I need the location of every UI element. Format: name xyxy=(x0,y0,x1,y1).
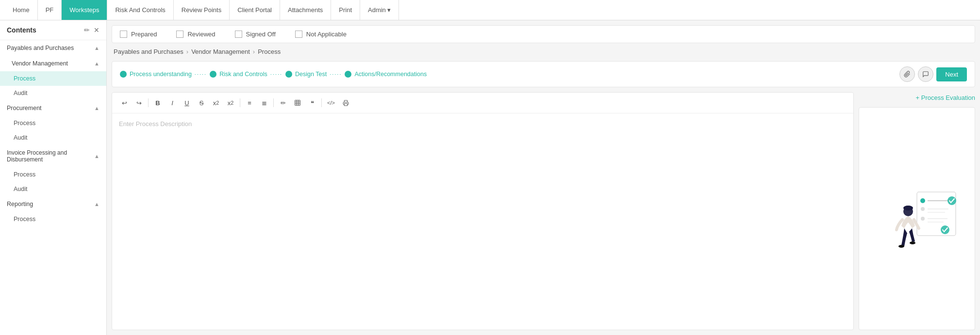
step-dot-1 xyxy=(120,71,127,78)
attachment-button[interactable] xyxy=(899,66,915,82)
step-sep-1: ····· xyxy=(195,71,207,77)
main-container: Contents ✏ ✕ Payables and Purchases ▲ Ve… xyxy=(0,20,980,335)
chevron-up-icon-inv: ▲ xyxy=(94,153,100,159)
sidebar-group-invoice-label: Invoice Processing and Disbursement xyxy=(7,149,94,163)
subscript-button[interactable]: x2 xyxy=(210,96,222,109)
sidebar-group-procurement[interactable]: Procurement ▲ xyxy=(0,100,106,116)
sidebar-group-reporting[interactable]: Reporting ▲ xyxy=(0,196,106,212)
sidebar-group-invoice[interactable]: Invoice Processing and Disbursement ▲ xyxy=(0,145,106,167)
nav-tab-home[interactable]: Home xyxy=(5,0,38,20)
svg-point-12 xyxy=(921,217,925,221)
status-reviewed[interactable]: Reviewed xyxy=(176,31,215,38)
redo-button[interactable]: ↪ xyxy=(133,96,145,109)
sidebar-group-payables[interactable]: Payables and Purchases ▲ xyxy=(0,40,106,56)
nav-tab-pf[interactable]: PF xyxy=(38,0,62,20)
chevron-up-icon-vendor: ▲ xyxy=(94,61,100,66)
top-navigation: Home PF Worksteps Risk And Controls Revi… xyxy=(0,0,980,20)
breadcrumb-payables[interactable]: Payables and Purchases xyxy=(114,48,183,55)
close-icon[interactable]: ✕ xyxy=(94,26,100,34)
status-prepared[interactable]: Prepared xyxy=(120,31,157,38)
align-left-button[interactable]: ≡ xyxy=(243,96,256,109)
nav-tab-admin[interactable]: Admin ▾ xyxy=(360,0,399,20)
italic-button[interactable]: I xyxy=(166,96,179,109)
chevron-up-icon-rep: ▲ xyxy=(94,201,100,207)
step-label-4[interactable]: Actions/Recommendations xyxy=(354,71,427,78)
svg-point-15 xyxy=(947,196,956,205)
prepared-label: Prepared xyxy=(131,31,157,38)
nav-tab-worksteps[interactable]: Worksteps xyxy=(62,0,107,20)
sidebar-title: Contents xyxy=(7,26,36,34)
status-bar: Prepared Reviewed Signed Off Not Applica… xyxy=(112,25,975,43)
signed-off-checkbox[interactable] xyxy=(235,31,242,38)
superscript-button[interactable]: x2 xyxy=(224,96,237,109)
highlight-button[interactable]: ✏ xyxy=(277,96,289,109)
step-sep-2: ····· xyxy=(270,71,282,77)
reviewed-checkbox[interactable] xyxy=(176,31,183,38)
comment-button[interactable] xyxy=(918,66,933,82)
process-evaluation-link[interactable]: + Process Evaluation xyxy=(859,92,975,103)
workflow-step-design: Design Test xyxy=(285,71,327,78)
sidebar-item-vendor-process[interactable]: Process xyxy=(0,71,106,86)
toolbar-sep-3 xyxy=(273,98,274,107)
breadcrumb-sep-2: › xyxy=(253,48,255,55)
reviewed-label: Reviewed xyxy=(187,31,215,38)
sidebar-group-payables-label: Payables and Purchases xyxy=(7,45,74,51)
step-sep-3: ····· xyxy=(330,71,342,77)
status-signed-off[interactable]: Signed Off xyxy=(235,31,276,38)
not-applicable-checkbox[interactable] xyxy=(295,31,302,38)
step-label-3[interactable]: Design Test xyxy=(295,71,327,78)
print-button[interactable] xyxy=(339,96,352,109)
underline-button[interactable]: U xyxy=(181,96,193,109)
sidebar-item-rep-process[interactable]: Process xyxy=(0,212,106,226)
breadcrumb-vendor[interactable]: Vendor Management xyxy=(191,48,250,55)
sidebar: Contents ✏ ✕ Payables and Purchases ▲ Ve… xyxy=(0,20,107,335)
sidebar-item-proc-audit[interactable]: Audit xyxy=(0,130,106,145)
svg-point-18 xyxy=(903,206,913,210)
status-not-applicable[interactable]: Not Applicable xyxy=(295,31,347,38)
prepared-checkbox[interactable] xyxy=(120,31,127,38)
step-label-1[interactable]: Process understanding xyxy=(130,71,192,78)
svg-point-19 xyxy=(898,245,904,248)
strikethrough-button[interactable]: S xyxy=(195,96,208,109)
sidebar-group-procurement-label: Procurement xyxy=(7,105,42,112)
sidebar-item-inv-audit[interactable]: Audit xyxy=(0,182,106,196)
breadcrumb-process[interactable]: Process xyxy=(258,48,281,55)
sidebar-group-reporting-label: Reporting xyxy=(7,201,33,207)
quote-button[interactable]: ❝ xyxy=(306,96,318,109)
undo-button[interactable]: ↩ xyxy=(118,96,131,109)
workflow-step-process-understanding: Process understanding xyxy=(120,71,192,78)
step-dot-2 xyxy=(210,71,216,78)
sidebar-actions: ✏ ✕ xyxy=(84,26,100,34)
nav-tab-risk[interactable]: Risk And Controls xyxy=(107,0,173,20)
nav-tab-print[interactable]: Print xyxy=(331,0,360,20)
bold-button[interactable]: B xyxy=(151,96,164,109)
chevron-up-icon-proc: ▲ xyxy=(94,105,100,111)
svg-point-9 xyxy=(921,207,925,211)
illustration-box xyxy=(859,107,975,330)
nav-tab-review[interactable]: Review Points xyxy=(174,0,230,20)
sidebar-item-vendor-audit[interactable]: Audit xyxy=(0,86,106,100)
code-button[interactable]: </> xyxy=(325,96,337,109)
step-label-2[interactable]: Risk and Controls xyxy=(219,71,267,78)
next-button[interactable]: Next xyxy=(936,67,967,81)
step-dot-3 xyxy=(285,71,292,78)
sidebar-item-proc-process[interactable]: Process xyxy=(0,116,106,130)
align-center-button[interactable]: ≣ xyxy=(258,96,270,109)
workflow-step-actions: Actions/Recommendations xyxy=(345,71,427,78)
sidebar-section-payables: Payables and Purchases ▲ Vendor Manageme… xyxy=(0,40,106,226)
not-applicable-label: Not Applicable xyxy=(306,31,347,38)
workflow-bar: Process understanding ····· Risk and Con… xyxy=(112,61,975,87)
table-button[interactable] xyxy=(291,96,304,109)
workflow-steps: Process understanding ····· Risk and Con… xyxy=(120,71,427,78)
editor-main: ↩ ↪ B I U S x2 x2 ≡ ≣ ✏ xyxy=(112,92,854,330)
editor-body[interactable]: Enter Process Description xyxy=(112,113,853,330)
svg-point-20 xyxy=(910,241,915,244)
nav-tab-client[interactable]: Client Portal xyxy=(230,0,280,20)
toolbar-sep-1 xyxy=(148,98,149,107)
edit-icon[interactable]: ✏ xyxy=(84,26,90,34)
nav-tab-attachments[interactable]: Attachments xyxy=(280,0,331,20)
sidebar-item-inv-process[interactable]: Process xyxy=(0,167,106,182)
sidebar-group-vendor[interactable]: Vendor Management ▲ xyxy=(0,56,106,71)
content-area: Prepared Reviewed Signed Off Not Applica… xyxy=(107,20,980,335)
svg-point-16 xyxy=(941,225,949,234)
